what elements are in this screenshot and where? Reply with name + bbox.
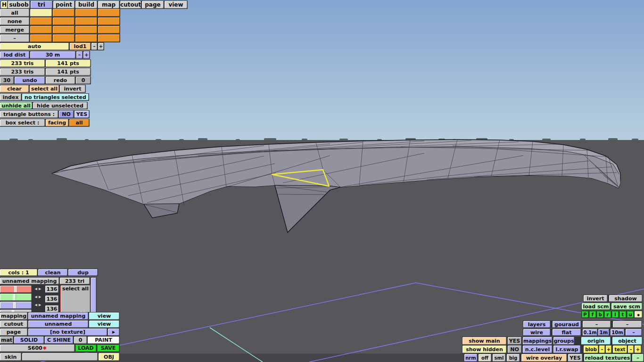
green-stepper[interactable]: ◀▶ [33, 295, 44, 299]
nrm-button[interactable]: nrm [464, 354, 477, 362]
mat-cshine-button[interactable]: C SHINE [45, 337, 73, 344]
blob-minus[interactable]: – [599, 346, 605, 353]
redo-count[interactable]: 0 [76, 77, 91, 84]
tri-count-button[interactable]: 233 tri [60, 278, 90, 284]
subob-cell[interactable] [30, 34, 52, 42]
blue-slider[interactable] [0, 302, 32, 309]
grid-1m-button[interactable]: 1m [598, 329, 609, 336]
wire-button[interactable]: wire [523, 329, 550, 336]
wire-overlay-button[interactable]: wire overlay [521, 354, 567, 362]
blob-button[interactable]: blob [584, 346, 598, 353]
subob-cell[interactable] [75, 17, 97, 25]
blue-value[interactable]: 136 [45, 305, 58, 313]
triangle-buttons-yes[interactable]: YES [74, 111, 89, 118]
mapping-view-button[interactable]: view [89, 313, 119, 320]
axis-p-button[interactable]: P [582, 311, 588, 318]
axis-u-button[interactable]: u [627, 311, 634, 318]
subob-cell[interactable] [53, 34, 74, 42]
axis-f-button[interactable]: f [589, 311, 596, 318]
page-value[interactable]: [no texture] [28, 329, 107, 336]
show-main-toggle[interactable]: YES [508, 337, 521, 345]
axis-l-button[interactable]: l [612, 311, 619, 318]
lod-minus[interactable]: – [91, 43, 97, 50]
grid-dash-button[interactable]: – [626, 329, 642, 336]
load-button[interactable]: LOAD [75, 345, 96, 352]
grid-01m-button[interactable]: 0.1m [583, 329, 597, 336]
axis-dot-button[interactable]: ● [635, 311, 642, 318]
blue-stepper[interactable]: ◀▶ [33, 303, 44, 307]
nrm-off-button[interactable]: off [479, 354, 491, 362]
subob-cell[interactable] [53, 17, 74, 25]
lod-plus[interactable]: + [98, 43, 104, 50]
mat-paint-button[interactable]: PAINT [88, 337, 119, 344]
menu-cutout[interactable]: cutout [120, 1, 141, 8]
axis-r-button[interactable]: r [604, 311, 611, 318]
menu-page[interactable]: page [142, 1, 164, 8]
groups-button[interactable]: groups [553, 337, 574, 345]
lod-dist-label[interactable]: lod dist [0, 51, 29, 58]
page-next-button[interactable]: ▶ [108, 329, 119, 336]
model-name[interactable]: S600✱ [0, 345, 74, 352]
gouraud-button[interactable]: gouraud [553, 321, 581, 328]
selection-status[interactable]: no triangles selected [22, 94, 89, 100]
lod-dist-minus[interactable]: – [76, 51, 83, 58]
subob-cell[interactable] [98, 17, 120, 25]
index-button[interactable]: index [0, 94, 21, 100]
subob-cell[interactable] [75, 26, 97, 33]
subob-cell[interactable] [75, 34, 97, 42]
invert-normals-button[interactable]: invert [584, 295, 607, 302]
save-scm-button[interactable]: save scm [611, 303, 642, 310]
dup-button[interactable]: dup [68, 269, 98, 276]
green-value[interactable]: 136 [45, 296, 58, 303]
tris-count-total[interactable]: 233 tris [0, 68, 45, 75]
menu-map[interactable]: map [98, 1, 119, 8]
mappings-button[interactable]: mappings [523, 337, 552, 345]
subob-all-button[interactable]: all [0, 9, 29, 16]
lod-dist-plus[interactable]: + [83, 51, 90, 58]
mapping-name[interactable]: unnamed mapping [0, 278, 59, 284]
save-button[interactable]: SAVE [97, 345, 119, 352]
mat-solid-button[interactable]: SOLID [14, 337, 44, 344]
subob-minus-button[interactable]: – [0, 34, 29, 42]
wire-overlay-toggle[interactable]: YES [568, 354, 582, 362]
text-button[interactable]: text [613, 346, 627, 353]
obj-button[interactable]: OBJ [99, 353, 119, 361]
red-stepper[interactable]: ◀▶ [33, 287, 44, 291]
axis-b-button[interactable]: b [597, 311, 603, 318]
undo-button[interactable]: undo [15, 77, 45, 84]
origin-button[interactable]: origin [581, 337, 611, 345]
page-label[interactable]: page [0, 329, 27, 336]
flat-button[interactable]: flat [553, 329, 581, 336]
auto-button[interactable]: auto [0, 43, 69, 50]
blue-slider-handle[interactable] [13, 302, 17, 308]
red-value[interactable]: 136 [45, 286, 58, 293]
menu-build[interactable]: build [75, 1, 97, 8]
mapping-label[interactable]: mapping [0, 313, 27, 320]
cols-button[interactable]: cols : 1 [0, 269, 37, 276]
cutout-view-button[interactable]: view [89, 321, 119, 328]
load-scm-button[interactable]: load scm [582, 303, 610, 310]
subob-cell[interactable] [98, 26, 120, 33]
nclevel-button[interactable]: n.c.level [523, 346, 552, 353]
menu-tri[interactable]: tri [31, 1, 52, 8]
subob-none-button[interactable]: none [0, 17, 29, 25]
axis-t-button[interactable]: t [619, 311, 626, 318]
undo-count[interactable]: 30 [0, 77, 14, 84]
unhide-all-button[interactable]: unhide all [0, 102, 32, 109]
triangle-buttons-label[interactable]: triangle buttons : [0, 111, 58, 118]
box-select-label[interactable]: box select : [0, 119, 45, 126]
red-slider[interactable] [0, 286, 32, 293]
grid-10m-button[interactable]: 10m [611, 329, 624, 336]
subob-cell[interactable] [53, 26, 74, 33]
box-select-facing[interactable]: facing [46, 119, 68, 126]
text-minus[interactable]: – [628, 346, 634, 353]
triangle-buttons-no[interactable]: NO [59, 111, 74, 118]
lod1-button[interactable]: lod1 [70, 43, 91, 50]
subob-cell[interactable] [30, 9, 52, 16]
subob-cell[interactable] [30, 26, 52, 33]
show-hidden-toggle[interactable]: NO [508, 346, 521, 353]
menu-point[interactable]: point [53, 1, 74, 8]
nrm-big-button[interactable]: big [507, 354, 520, 362]
hide-unselected-button[interactable]: hide unselected [33, 102, 87, 109]
subob-cell[interactable] [30, 17, 52, 25]
